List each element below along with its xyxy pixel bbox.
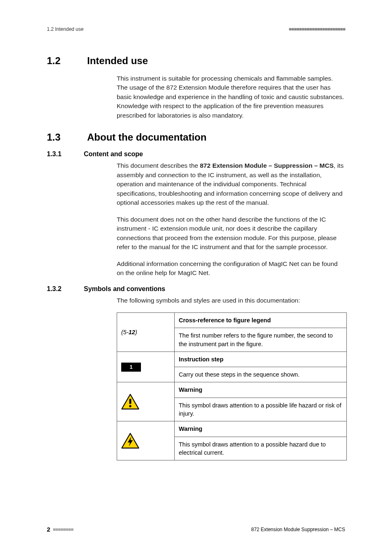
section-heading-1-3: 1.3 About the documentation [47,132,345,143]
symbol-heading: Warning [175,382,347,398]
symbol-cell-warning-electric [117,421,175,460]
page-number: 2 [47,526,50,533]
paragraph: This instrument is suitable for processi… [117,74,345,120]
symbol-cell-step: 1 [117,352,175,382]
paragraph: This document describes the 872 Extensio… [117,161,345,207]
symbol-heading: Warning [175,421,347,437]
text-bold: 12 [129,329,135,335]
section-number: 1.3 [47,132,71,143]
table-row: Warning [117,382,347,398]
text-run: This document describes the [117,162,200,169]
symbol-cell-warning [117,382,175,421]
footer-doc-title: 872 Extension Module Suppression – MCS [251,527,345,532]
footer-ornament: ■■■■■■■■ [53,527,73,532]
symbol-desc: This symbol draws attention to a possibl… [175,437,347,460]
table-row: 1 Instruction step [117,352,347,367]
subsection-number: 1.3.2 [47,285,71,293]
svg-rect-1 [129,399,131,404]
instruction-step-badge: 1 [121,363,141,372]
symbol-desc: This symbol draws attention to a possibl… [175,398,347,421]
subsection-heading-1-3-1: 1.3.1 Content and scope [47,150,345,158]
symbol-heading: Instruction step [175,352,347,367]
text-run: (5- [121,329,129,335]
subsection-heading-1-3-2: 1.3.2 Symbols and conventions [47,285,345,293]
text-run: ) [135,329,137,335]
symbol-desc: Carry out these steps in the sequence sh… [175,367,347,382]
symbol-heading: Cross-reference to figure legend [175,312,347,328]
warning-electrical-icon [121,432,170,449]
section-title: About the documentation [87,132,207,143]
page-header: 1.2 Intended use ■■■■■■■■■■■■■■■■■■■■■■ [47,26,345,32]
symbols-table: (5-12) Cross-reference to figure legend … [117,312,347,460]
paragraph: Additional information concerning the co… [117,259,345,278]
section-title: Intended use [87,55,148,67]
subsection-title: Content and scope [84,150,143,158]
crossref-example: (5-12) [121,329,137,335]
symbol-cell-crossref: (5-12) [117,312,175,352]
warning-exclamation-icon [121,393,170,410]
paragraph: The following symbols and styles are use… [117,296,345,305]
table-row: Warning [117,421,347,437]
header-ornament: ■■■■■■■■■■■■■■■■■■■■■■ [289,26,345,32]
table-row: (5-12) Cross-reference to figure legend [117,312,347,328]
section-number: 1.2 [47,55,71,67]
section-heading-1-2: 1.2 Intended use [47,55,345,67]
footer-left: 2 ■■■■■■■■ [47,526,73,533]
symbol-desc: The first number refers to the figure nu… [175,328,347,352]
page-footer: 2 ■■■■■■■■ 872 Extension Module Suppress… [47,526,345,533]
header-section-ref: 1.2 Intended use [47,26,83,32]
subsection-title: Symbols and conventions [84,285,165,293]
paragraph: This document does not on the other hand… [117,215,345,252]
svg-point-2 [129,405,131,408]
text-bold: 872 Extension Module – Suppression – MCS [200,162,334,169]
subsection-number: 1.3.1 [47,150,71,158]
